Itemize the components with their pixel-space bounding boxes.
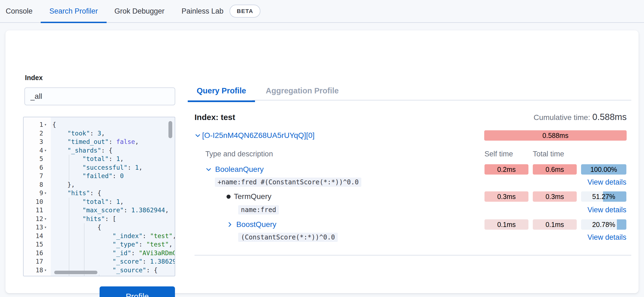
profile-table: Type and description Self time Total tim…: [195, 150, 627, 242]
tab-painless-lab[interactable]: Painless Lab: [181, 0, 224, 23]
fold-arrow-icon[interactable]: ▾: [44, 121, 50, 129]
editor-line: 6 "successful": 1,: [24, 163, 175, 172]
editor-code-text: "hits": {: [52, 189, 175, 198]
line-number: 16: [24, 249, 43, 258]
chevron-right-icon: [227, 221, 233, 228]
line-number: 4: [24, 146, 43, 155]
percent-badge: 100.00%: [581, 164, 626, 175]
query-row: BoostQuery0.1ms0.1ms20.78%: [195, 219, 627, 230]
index-title: Index: test: [195, 113, 235, 122]
indent-guide: [84, 249, 84, 258]
indent-guide: [84, 240, 84, 249]
line-number: 17: [24, 257, 43, 266]
line-number: 13: [24, 223, 43, 232]
view-details-link[interactable]: View details: [581, 233, 626, 242]
chevron-down-icon: [195, 132, 201, 139]
editor-line: 12▾ "hits": [: [24, 215, 175, 223]
indent-guide: [84, 232, 84, 241]
editor-code-text: "failed": 0: [52, 172, 175, 181]
indent-guide: [69, 257, 69, 266]
query-json-editor[interactable]: 1▾{2 "took": 3,3 "timed_out": false,4▾ "…: [23, 117, 175, 276]
indent-guide: [69, 232, 69, 241]
devtools-top-nav: Console Search Profiler Grok Debugger Pa…: [0, 0, 644, 23]
indent-guide: [69, 198, 69, 206]
query-type-label: TermQuery: [234, 192, 271, 201]
percent-badge: 51.27%: [581, 191, 626, 202]
editor-code-text: "max_score": 1.3862944,: [52, 206, 175, 215]
indent-guide: [69, 206, 69, 215]
self-time-badge: 0.2ms: [484, 164, 528, 175]
editor-line: 2 "took": 3,: [24, 129, 175, 138]
column-header-type: Type and description: [195, 150, 480, 158]
profile-button[interactable]: Profile: [100, 286, 175, 297]
total-time-badge: 0.1ms: [533, 219, 577, 230]
editor-code-text: "_score": 1.3862944,: [52, 257, 175, 266]
indent-guide: [69, 240, 69, 249]
line-number: 12: [24, 215, 43, 223]
shard-time-badge: 0.588ms: [484, 130, 627, 141]
editor-code-text: "timed_out": false,: [52, 138, 175, 146]
index-input[interactable]: [24, 87, 175, 105]
indent-guide: [69, 274, 69, 276]
leaf-bullet-icon: [227, 195, 231, 199]
indent-guide: [84, 257, 84, 266]
line-number: 19: [24, 274, 43, 276]
editor-code-text: "took": 3,: [52, 129, 175, 138]
editor-line: 18▾ "_source": {: [24, 266, 175, 275]
editor-line: 7 "failed": 0: [24, 172, 175, 181]
line-number: 3: [24, 138, 43, 146]
indent-guide: [69, 249, 69, 258]
indent-guide: [99, 274, 99, 276]
tab-console[interactable]: Console: [6, 0, 33, 23]
fold-arrow-icon[interactable]: ▾: [44, 215, 50, 223]
editor-line: 17 "_score": 1.3862944,: [24, 257, 175, 266]
editor-code-text: "hits": [: [52, 215, 175, 223]
editor-line: 16 "_id": "AVi3aRDmGKWp: [24, 249, 175, 258]
fold-arrow-icon[interactable]: ▾: [44, 223, 50, 232]
chevron-down-icon: [205, 166, 212, 173]
line-number: 15: [24, 240, 43, 249]
total-time-badge: 0.6ms: [533, 164, 577, 175]
lucene-description: +name:fred #(ConstantScore(*:*))^0.0: [215, 178, 361, 187]
editor-line: 19 "name": "fred": [24, 274, 175, 276]
line-number: 18: [24, 266, 43, 275]
query-type-label: BooleanQuery: [215, 165, 264, 174]
indent-guide: [69, 163, 69, 172]
view-details-link[interactable]: View details: [581, 178, 626, 187]
editor-code-text: "_type": "test",: [52, 240, 175, 249]
editor-horizontal-scrollbar[interactable]: [54, 271, 97, 274]
editor-code-text: {: [52, 121, 175, 129]
search-profiler-panel: Index 1▾{2 "took": 3,3 "timed_out": fals…: [5, 30, 639, 293]
total-time-badge: 0.3ms: [533, 191, 577, 202]
editor-code-text: "_index": "test",: [52, 232, 175, 241]
query-row: TermQuery0.3ms0.3ms51.27%: [195, 191, 627, 202]
fold-arrow-icon[interactable]: ▾: [44, 266, 50, 275]
cumulative-time-value: 0.588ms: [592, 112, 627, 122]
query-name-boostquery[interactable]: BoostQuery: [195, 220, 480, 229]
tab-grok-debugger[interactable]: Grok Debugger: [114, 0, 165, 23]
fold-arrow-icon[interactable]: ▾: [44, 146, 50, 155]
shard-toggle-link[interactable]: [O-I25nM4QN6Z68UA5rUYqQ][0]: [195, 131, 314, 140]
query-name-booleanquery[interactable]: BooleanQuery: [195, 165, 480, 174]
editor-code-text: "total": 1,: [52, 155, 175, 163]
self-time-badge: 0.1ms: [484, 219, 528, 230]
line-number: 1: [24, 121, 43, 129]
line-number: 2: [24, 129, 43, 138]
editor-line: 8 },: [24, 181, 175, 189]
line-number: 7: [24, 172, 43, 181]
view-details-link[interactable]: View details: [581, 206, 626, 214]
editor-code-text: "_id": "AVi3aRDmGKWp: [52, 249, 175, 258]
query-name-termquery: TermQuery: [195, 192, 480, 201]
profile-tabs: Query Profile Aggregation Profile: [188, 83, 631, 100]
percent-badge: 20.78%: [581, 219, 626, 230]
query-row: BooleanQuery0.2ms0.6ms100.00%: [195, 164, 627, 175]
indent-guide: [84, 223, 84, 232]
tab-search-profiler[interactable]: Search Profiler: [41, 0, 107, 23]
indent-guide: [69, 155, 69, 163]
tab-query-profile[interactable]: Query Profile: [188, 83, 255, 102]
query-detail-row: name:fredView details: [195, 205, 627, 214]
editor-vertical-scrollbar[interactable]: [168, 121, 172, 138]
column-header-total-time: Total time: [533, 150, 577, 158]
editor-code-text: "name": "fred": [52, 274, 175, 276]
fold-arrow-icon[interactable]: ▾: [44, 189, 50, 198]
